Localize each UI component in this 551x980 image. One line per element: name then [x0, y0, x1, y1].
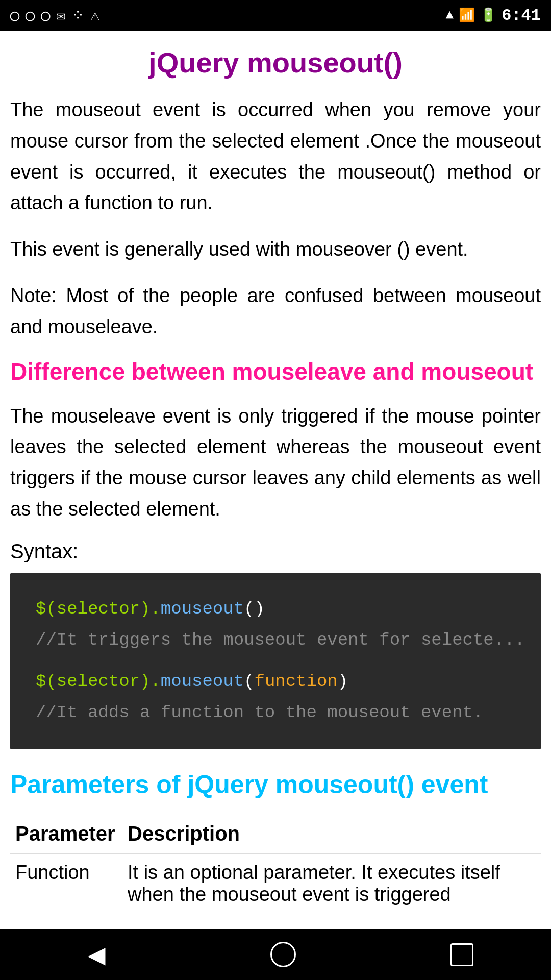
intro-text: The mouseout event is occurred when you … — [10, 94, 541, 218]
code-block: $(selector).mouseout() //It triggers the… — [10, 573, 541, 749]
code-line-1: $(selector).mouseout() — [36, 594, 515, 625]
warning-icon: ⚠ — [90, 6, 99, 25]
param-desc-function: It is an optional parameter. It executes… — [122, 853, 541, 913]
status-icons-right: ▲ 📶 🔋 6:41 — [446, 6, 541, 25]
code-method-2: mouseout — [161, 672, 244, 691]
bottom-nav: ◀ — [0, 929, 551, 980]
time-display: 6:41 — [502, 6, 541, 25]
event-note-text: This event is generally used with mouseo… — [10, 234, 541, 265]
note-text: Note: Most of the people are confused be… — [10, 280, 541, 342]
dots-icon: ⁘ — [71, 6, 84, 25]
code-dollar-1: $(selector). — [36, 599, 161, 619]
recent-button[interactable] — [450, 943, 473, 966]
diff-heading: Difference between mouseleave and mouseo… — [10, 358, 541, 385]
status-bar: ◯ ◯ ◯ ✉ ⁘ ⚠ ▲ 📶 🔋 6:41 — [0, 0, 551, 31]
param-name-function: Function — [10, 853, 122, 913]
table-header-row: Parameter Description — [10, 815, 541, 853]
table-row: Function It is an optional parameter. It… — [10, 853, 541, 913]
code-close-paren: ) — [338, 672, 348, 691]
facebook-icon-1: ◯ — [10, 6, 19, 25]
status-icons-left: ◯ ◯ ◯ ✉ ⁘ ⚠ — [10, 6, 99, 25]
code-comment-1: //It triggers the mouseout event for sel… — [36, 625, 515, 656]
code-blank — [36, 656, 515, 666]
gmail-icon: ✉ — [56, 6, 65, 25]
code-open-paren: ( — [244, 672, 254, 691]
facebook-icon-2: ◯ — [26, 6, 35, 25]
code-dollar-2: $(selector). — [36, 672, 161, 691]
back-button[interactable]: ◀ — [78, 936, 116, 973]
col-header-parameter: Parameter — [10, 815, 122, 853]
facebook-icon-3: ◯ — [41, 6, 50, 25]
diff-body: The mouseleave event is only triggered i… — [10, 401, 541, 525]
col-header-description: Description — [122, 815, 541, 853]
code-comment-text-1: //It triggers the mouseout event for sel… — [36, 630, 525, 650]
code-comment-text-2: //It adds a function to the mouseout eve… — [36, 703, 483, 722]
code-method-1: mouseout — [161, 599, 244, 619]
signal-icon: 📶 — [459, 7, 475, 23]
home-button[interactable] — [270, 942, 296, 967]
wifi-icon: ▲ — [446, 8, 454, 23]
params-heading: Parameters of jQuery mouseout() event — [10, 770, 541, 799]
page-title: jQuery mouseout() — [10, 46, 541, 79]
params-table: Parameter Description Function It is an … — [10, 815, 541, 913]
battery-icon: 🔋 — [480, 7, 496, 23]
main-content: jQuery mouseout() The mouseout event is … — [0, 31, 551, 923]
code-args-1: () — [244, 599, 265, 619]
syntax-label: Syntax: — [10, 540, 541, 563]
code-comment-2: //It adds a function to the mouseout eve… — [36, 697, 515, 728]
code-line-2: $(selector).mouseout(function) — [36, 666, 515, 697]
code-param: function — [254, 672, 337, 691]
